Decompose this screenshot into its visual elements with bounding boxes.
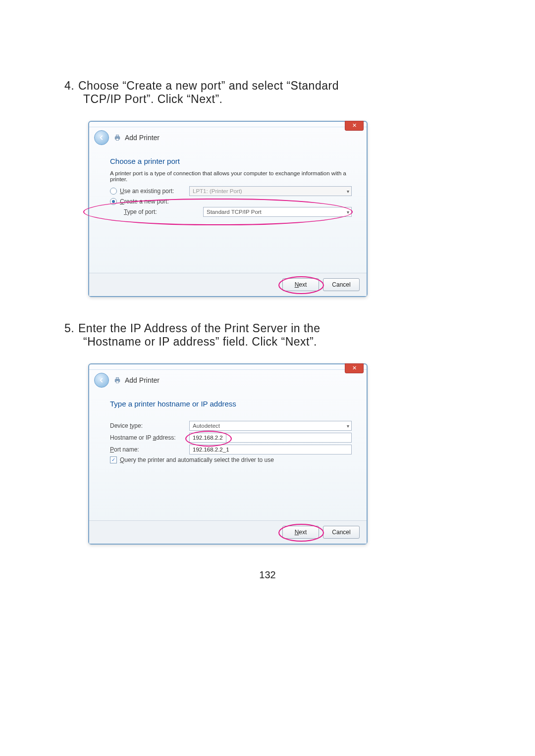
dialog-desc: A printer port is a type of connection t… xyxy=(110,170,352,182)
svg-rect-5 xyxy=(116,381,118,383)
step-5-line2: “Hostname or IP address” field. Click “N… xyxy=(83,335,471,349)
next-button[interactable]: Next xyxy=(282,526,319,539)
type-of-port-select[interactable]: Standard TCP/IP Port ▾ xyxy=(203,207,352,217)
back-button[interactable] xyxy=(94,130,109,145)
dialog-hostname: ✕ Add Printer Type a printer hostname or… xyxy=(88,363,368,545)
portname-input[interactable]: 192.168.2.2_1 xyxy=(189,445,352,454)
svg-rect-4 xyxy=(116,378,118,379)
step-5-num: 5. xyxy=(64,322,78,335)
close-icon: ✕ xyxy=(352,365,357,371)
type-of-port-row: Type of port: Standard TCP/IP Port ▾ xyxy=(110,207,352,217)
svg-rect-2 xyxy=(116,138,118,140)
existing-port-select: LPT1: (Printer Port) ▾ xyxy=(189,186,352,196)
step-4-text: 4.Choose “Create a new port” and select … xyxy=(64,79,471,106)
printer-icon xyxy=(113,376,122,384)
device-type-row: Device type: Autodetect ▾ xyxy=(110,421,352,431)
close-button[interactable]: ✕ xyxy=(345,363,364,373)
option-create-new[interactable]: Create a new port: xyxy=(110,198,352,205)
close-icon: ✕ xyxy=(352,122,357,128)
arrow-left-icon xyxy=(98,134,105,141)
checkbox-icon xyxy=(110,456,117,463)
query-checkbox-row[interactable]: Query the printer and automatically sele… xyxy=(110,456,352,463)
radio-icon xyxy=(110,198,117,205)
dialog-title: Add Printer xyxy=(125,134,160,142)
hostname-input[interactable]: 192.168.2.2 xyxy=(189,433,226,443)
next-button[interactable]: Next xyxy=(282,278,319,291)
hostname-row: Hostname or IP address: 192.168.2.2 xyxy=(110,433,352,443)
chevron-down-icon: ▾ xyxy=(347,209,349,215)
step-4-line1: Choose “Create a new port” and select “S… xyxy=(78,79,339,92)
dialog-choose-port: ✕ Add Printer Choose a printer port A pr… xyxy=(88,121,368,297)
hostname-input-extend[interactable] xyxy=(226,433,352,443)
dialog-heading: Type a printer hostname or IP address xyxy=(110,400,352,408)
printer-icon xyxy=(113,134,122,142)
chevron-down-icon: ▾ xyxy=(347,423,349,429)
page-number: 132 xyxy=(64,569,471,581)
step-5-line1: Enter the IP Address of the Print Server… xyxy=(78,322,320,335)
cancel-button[interactable]: Cancel xyxy=(323,526,360,539)
back-button[interactable] xyxy=(94,373,109,388)
chevron-down-icon: ▾ xyxy=(347,189,349,194)
step-5-text: 5.Enter the IP Address of the Print Serv… xyxy=(64,322,471,349)
device-type-select[interactable]: Autodetect ▾ xyxy=(189,421,352,431)
step-4-num: 4. xyxy=(64,79,78,93)
close-button[interactable]: ✕ xyxy=(345,121,364,131)
option-use-existing[interactable]: Use an existing port: LPT1: (Printer Por… xyxy=(110,186,352,196)
cancel-button[interactable]: Cancel xyxy=(323,278,360,291)
dialog-heading: Choose a printer port xyxy=(110,157,352,165)
svg-rect-1 xyxy=(116,135,118,137)
dialog-title: Add Printer xyxy=(125,376,160,384)
step-4-line2: TCP/IP Port”. Click “Next”. xyxy=(83,93,471,106)
radio-icon xyxy=(110,188,117,195)
portname-row: Port name: 192.168.2.2_1 xyxy=(110,445,352,454)
arrow-left-icon xyxy=(98,377,105,384)
